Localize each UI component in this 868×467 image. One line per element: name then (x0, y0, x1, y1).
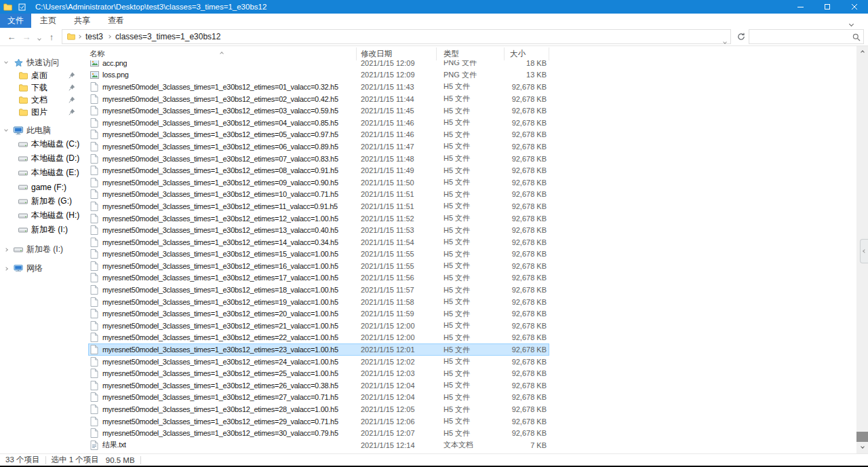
table-row[interactable]: myresnet50model_3classes_times=1_e30bs12… (88, 93, 549, 105)
expand-ribbon-icon[interactable] (850, 18, 853, 28)
file-size: 92,678 KB (505, 95, 549, 103)
sidebar-section-network[interactable]: 网络 (0, 262, 81, 275)
h5-file-icon (90, 189, 99, 199)
up-button[interactable]: ↑ (44, 29, 59, 45)
table-row[interactable]: myresnet50model_3classes_times=1_e30bs12… (88, 260, 549, 272)
sidebar-item[interactable]: 本地磁盘 (E:) (0, 166, 81, 180)
table-row[interactable]: myresnet50model_3classes_times=1_e30bs12… (88, 296, 549, 308)
table-row[interactable]: 结果.txt2021/1/15 12:14文本文档7 KB (88, 439, 549, 451)
table-row[interactable]: myresnet50model_3classes_times=1_e30bs12… (88, 332, 549, 344)
breadcrumb-segment-current[interactable]: classes=3_times=1_e30bs12 (112, 32, 224, 41)
tab-home[interactable]: 主页 (31, 14, 65, 28)
table-row[interactable]: myresnet50model_3classes_times=1_e30bs12… (88, 427, 549, 439)
breadcrumb-chevron-icon[interactable] (77, 35, 82, 38)
quick-access-toolbar-icon[interactable] (18, 3, 26, 11)
search-input[interactable] (752, 31, 851, 43)
scroll-down-icon[interactable] (856, 442, 868, 453)
address-box[interactable]: test3 classes=3_times=1_e30bs12 (62, 29, 731, 44)
table-row[interactable]: acc.png2021/1/15 12:09PNG 文件18 KB (88, 60, 549, 69)
table-row[interactable]: myresnet50model_3classes_times=1_e30bs12… (88, 81, 549, 93)
sidebar-item[interactable]: 本地磁盘 (C:) (0, 137, 81, 151)
column-header-type[interactable]: 类型 (437, 48, 505, 60)
recent-locations-icon[interactable] (34, 29, 44, 45)
forward-button[interactable]: → (19, 29, 34, 45)
table-row[interactable]: myresnet50model_3classes_times=1_e30bs12… (88, 129, 549, 141)
table-row[interactable]: myresnet50model_3classes_times=1_e30bs12… (88, 272, 549, 284)
sidebar-item[interactable]: 桌面 (0, 69, 81, 81)
table-row[interactable]: myresnet50model_3classes_times=1_e30bs12… (88, 343, 549, 356)
table-row[interactable]: myresnet50model_3classes_times=1_e30bs12… (88, 189, 549, 201)
chevron-down-icon[interactable] (5, 130, 13, 131)
table-row[interactable]: myresnet50model_3classes_times=1_e30bs12… (88, 356, 549, 368)
table-row[interactable]: myresnet50model_3classes_times=1_e30bs12… (88, 403, 549, 415)
chevron-right-icon[interactable] (5, 248, 13, 251)
drive-icon (18, 155, 28, 163)
table-row[interactable]: myresnet50model_3classes_times=1_e30bs12… (88, 236, 549, 248)
table-row[interactable]: myresnet50model_3classes_times=1_e30bs12… (88, 164, 549, 176)
sidebar-item[interactable]: 图片 (0, 106, 81, 118)
sidebar-item[interactable]: 新加卷 (G:) (0, 194, 81, 208)
column-label: 类型 (443, 49, 459, 59)
column-header-date-modified[interactable]: 修改日期 (357, 48, 437, 60)
file-name-cell: loss.png (88, 71, 357, 79)
chevron-down-icon[interactable] (5, 62, 13, 63)
tab-share[interactable]: 共享 (65, 14, 99, 28)
refresh-button[interactable] (734, 33, 749, 41)
file-type: H5 文件 (437, 94, 505, 104)
back-button[interactable]: ← (4, 29, 19, 45)
file-size: 92,678 KB (505, 214, 549, 223)
table-row[interactable]: myresnet50model_3classes_times=1_e30bs12… (88, 117, 549, 129)
table-row[interactable]: myresnet50model_3classes_times=1_e30bs12… (88, 307, 549, 320)
sidebar-item[interactable]: 本地磁盘 (H:) (0, 208, 81, 223)
table-row[interactable]: myresnet50model_3classes_times=1_e30bs12… (88, 176, 549, 189)
file-date-modified: 2021/1/15 11:43 (357, 83, 437, 91)
file-type: H5 文件 (437, 261, 505, 271)
address-dropdown-icon[interactable] (724, 36, 726, 45)
table-row[interactable]: myresnet50model_3classes_times=1_e30bs12… (88, 392, 549, 404)
file-type: H5 文件 (437, 225, 505, 236)
sidebar-item[interactable]: game (F:) (0, 180, 81, 194)
breadcrumb-chevron-icon[interactable] (106, 35, 112, 38)
column-header-name[interactable]: 名称 (88, 48, 357, 60)
column-header-size[interactable]: 大小 (505, 48, 549, 60)
table-row[interactable]: myresnet50model_3classes_times=1_e30bs12… (88, 141, 549, 153)
minimize-button[interactable] (787, 0, 814, 14)
file-name: myresnet50model_3classes_times=1_e30bs12… (102, 214, 338, 223)
file-size: 92,678 KB (505, 250, 549, 258)
file-size: 92,678 KB (505, 262, 549, 270)
maximize-button[interactable] (814, 0, 841, 14)
table-row[interactable]: myresnet50model_3classes_times=1_e30bs12… (88, 248, 549, 261)
table-row[interactable]: myresnet50model_3classes_times=1_e30bs12… (88, 379, 549, 392)
table-row[interactable]: myresnet50model_3classes_times=1_e30bs12… (88, 212, 549, 225)
sidebar-item[interactable]: 新加卷 (I:) (0, 223, 81, 237)
edge-panel-handle[interactable] (860, 239, 868, 263)
sidebar-item[interactable]: 文档 (0, 94, 81, 106)
close-button[interactable] (841, 0, 868, 14)
table-row[interactable]: loss.png2021/1/15 12:09PNG 文件13 KB (88, 69, 549, 81)
chevron-right-icon[interactable] (5, 267, 13, 270)
h5-file-icon (90, 249, 99, 259)
scrollbar-thumb[interactable] (856, 432, 868, 442)
table-row[interactable]: myresnet50model_3classes_times=1_e30bs12… (88, 367, 549, 379)
file-size: 92,678 KB (505, 417, 549, 426)
table-row[interactable]: myresnet50model_3classes_times=1_e30bs12… (88, 153, 549, 165)
file-type: H5 文件 (437, 333, 505, 343)
sidebar-section-quick-access[interactable]: 快速访问 (0, 56, 81, 69)
table-row[interactable]: myresnet50model_3classes_times=1_e30bs12… (88, 224, 549, 236)
sidebar-item[interactable]: 本地磁盘 (D:) (0, 151, 81, 166)
scroll-up-icon[interactable] (856, 46, 868, 58)
file-name: myresnet50model_3classes_times=1_e30bs12… (102, 298, 338, 306)
sidebar-item[interactable]: 下载 (0, 81, 81, 94)
table-row[interactable]: myresnet50model_3classes_times=1_e30bs12… (88, 105, 549, 117)
table-row[interactable]: myresnet50model_3classes_times=1_e30bs12… (88, 200, 549, 212)
table-row[interactable]: myresnet50model_3classes_times=1_e30bs12… (88, 320, 549, 332)
tab-file[interactable]: 文件 (0, 14, 31, 28)
h5-file-icon (90, 381, 99, 390)
file-size: 92,678 KB (505, 358, 549, 366)
table-row[interactable]: myresnet50model_3classes_times=1_e30bs12… (88, 284, 549, 296)
tab-view[interactable]: 查看 (99, 14, 133, 28)
sidebar-section-this-pc[interactable]: 此电脑 (0, 124, 81, 137)
sidebar-section-volume-i[interactable]: 新加卷 (I:) (0, 243, 81, 256)
table-row[interactable]: myresnet50model_3classes_times=1_e30bs12… (88, 415, 549, 428)
breadcrumb-segment-test3[interactable]: test3 (82, 32, 106, 41)
